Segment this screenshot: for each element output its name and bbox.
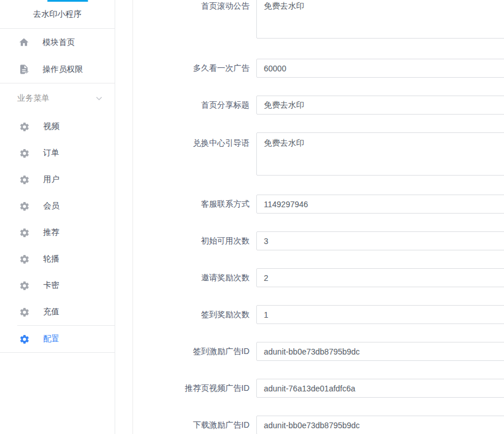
sidebar-section-business-menu[interactable]: 业务菜单: [0, 83, 115, 113]
form-control: 免费去水印: [256, 0, 504, 41]
form-row: 签到激励广告ID: [133, 342, 504, 361]
field-label-home-scroll-notice: 首页滚动公告: [133, 0, 249, 12]
sidebar-business-menu: 视频 订单 用户 会员 推荐 轮播 卡密 充值: [0, 113, 115, 353]
sidebar-item-card-key[interactable]: 卡密: [0, 272, 115, 299]
field-label-home-share-title: 首页分享标题: [133, 100, 249, 111]
sidebar-item-members[interactable]: 会员: [0, 193, 115, 219]
form-row: 兑换中心引导语 免费去水印: [133, 132, 504, 178]
form-control: [256, 195, 504, 214]
sidebar-item-recommend[interactable]: 推荐: [0, 219, 115, 246]
sidebar-item-label: 视频: [43, 121, 59, 132]
gear-icon: [19, 280, 30, 291]
form-row: 签到奖励次数: [133, 305, 504, 324]
form-control: [256, 96, 504, 115]
gear-icon: [19, 334, 30, 345]
form-row: 推荐页视频广告ID: [133, 379, 504, 398]
sidebar-item-label: 充值: [43, 307, 59, 317]
customer-service-contact-input[interactable]: [256, 195, 504, 214]
app-title: 去水印小程序: [0, 0, 115, 29]
sidebar-item-label: 会员: [43, 201, 59, 211]
chevron-down-icon: [94, 93, 104, 104]
form-control: [256, 231, 504, 250]
sidebar-item-label: 用户: [43, 174, 59, 185]
panel-divider: [0, 352, 115, 353]
gear-icon: [19, 121, 30, 132]
field-label-checkin-reward-times: 签到奖励次数: [133, 310, 249, 320]
app-title-label: 去水印小程序: [33, 9, 82, 20]
sidebar-item-config[interactable]: 配置: [0, 326, 115, 352]
form-row: 初始可用次数: [133, 231, 504, 250]
download-reward-ad-id-input[interactable]: [256, 416, 504, 434]
sidebar-item-users[interactable]: 用户: [0, 166, 115, 193]
recommend-video-ad-id-input[interactable]: [256, 379, 504, 398]
sidebar-item-label: 操作员权限: [43, 64, 83, 75]
field-label-download-reward-ad-id: 下载激励广告ID: [133, 420, 249, 431]
field-label-exchange-center-guide: 兑换中心引导语: [133, 132, 249, 149]
exchange-center-guide-textarea[interactable]: 免费去水印: [256, 132, 504, 176]
gear-icon: [19, 227, 30, 238]
home-scroll-notice-textarea[interactable]: 免费去水印: [256, 0, 504, 39]
form-control: [256, 305, 504, 324]
brand-indicator-bar: [47, 0, 88, 2]
checkin-reward-ad-id-input[interactable]: [256, 342, 504, 361]
sidebar-top-nav: 模块首页 操作员权限: [0, 29, 115, 83]
sidebar-item-label: 配置: [43, 334, 59, 344]
sidebar-item-carousel[interactable]: 轮播: [0, 246, 115, 272]
form-control: [256, 59, 504, 78]
form-control: [256, 379, 504, 398]
home-icon: [18, 37, 29, 48]
field-label-customer-service-contact: 客服联系方式: [133, 199, 249, 210]
gear-icon: [19, 148, 30, 159]
ad-interval-input[interactable]: [256, 59, 504, 78]
sidebar-item-label: 模块首页: [43, 37, 75, 48]
form-row: 多久看一次广告: [133, 59, 504, 78]
form-row: 首页分享标题: [133, 96, 504, 115]
form-control: [256, 342, 504, 361]
field-label-ad-interval: 多久看一次广告: [133, 63, 249, 74]
field-label-initial-available-times: 初始可用次数: [133, 236, 249, 246]
invite-reward-times-input[interactable]: [256, 268, 504, 287]
form-control: 免费去水印: [256, 132, 504, 178]
home-share-title-input[interactable]: [256, 96, 504, 115]
form-row: 下载激励广告ID: [133, 416, 504, 434]
gear-icon: [19, 201, 30, 212]
sidebar-item-label: 订单: [43, 148, 59, 158]
gear-icon: [19, 307, 30, 318]
field-label-checkin-reward-ad-id: 签到激励广告ID: [133, 347, 249, 357]
sidebar-item-recharge[interactable]: 充值: [0, 299, 115, 325]
form-control: [256, 268, 504, 287]
config-form: 首页滚动公告 免费去水印 多久看一次广告 首页分享标题 兑换中心引导语 免费去水…: [133, 0, 504, 434]
field-label-recommend-video-ad-id: 推荐页视频广告ID: [133, 383, 249, 394]
initial-available-times-input[interactable]: [256, 231, 504, 250]
sidebar-item-video[interactable]: 视频: [0, 113, 115, 140]
gear-icon: [19, 174, 30, 185]
form-row: 首页滚动公告 免费去水印: [133, 0, 504, 41]
sidebar-item-module-home[interactable]: 模块首页: [0, 29, 115, 56]
gear-icon: [19, 254, 30, 265]
checkin-reward-times-input[interactable]: [256, 305, 504, 324]
field-label-invite-reward-times: 邀请奖励次数: [133, 273, 249, 283]
sidebar-item-orders[interactable]: 订单: [0, 140, 115, 166]
form-control: [256, 416, 504, 434]
sidebar-item-label: 卡密: [43, 280, 59, 291]
form-row: 邀请奖励次数: [133, 268, 504, 287]
document-edit-icon: [18, 64, 29, 75]
sidebar: 去水印小程序 模块首页 操作员权限 业务菜单 视频 订单 用户: [0, 0, 115, 434]
sidebar-item-operator-permissions[interactable]: 操作员权限: [0, 56, 115, 83]
section-label: 业务菜单: [17, 93, 50, 104]
sidebar-item-label: 轮播: [43, 254, 59, 264]
form-row: 客服联系方式: [133, 195, 504, 214]
sidebar-item-label: 推荐: [43, 227, 59, 238]
